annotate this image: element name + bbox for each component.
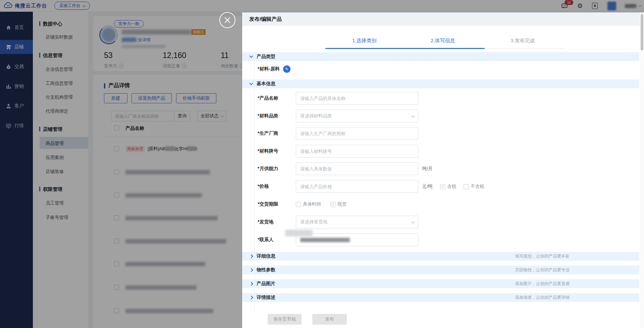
field-label: *交货期限: [258, 201, 296, 207]
field-label: *月供能力: [258, 166, 296, 172]
section-title-text: 基本信息: [257, 81, 275, 87]
drawer-close-button[interactable]: [219, 12, 235, 28]
section-header-detail-info[interactable]: 详细信息 填写级别，让你的产品更丰富: [242, 252, 639, 261]
material-grade-input[interactable]: [296, 145, 418, 158]
field-label: *发货地: [258, 219, 296, 225]
checkbox-icon[interactable]: [464, 184, 469, 189]
close-icon: [224, 17, 231, 23]
step-1-select-category[interactable]: 1.选择类别: [352, 38, 377, 44]
chevron-right-icon: [249, 254, 253, 258]
chevron-down-icon: [249, 81, 253, 85]
chevron-right-icon: [249, 295, 253, 299]
section-title-text: 产品类型: [257, 54, 275, 60]
section-hint: 填写级别，让你的产品更丰富: [515, 254, 570, 259]
product-type-row: *材料-原料 ✎: [258, 65, 290, 73]
checkbox-label: 现货: [337, 201, 346, 207]
drawer-scrollbar-track: [640, 12, 644, 328]
field-label: *产品名称: [258, 95, 296, 101]
field-label: *联系人: [258, 237, 296, 243]
field-product-name: *产品名称: [258, 92, 418, 105]
field-contact-person: *联系人: [258, 233, 418, 246]
app-root: 俺搜云工作台 卖家工作台 16 ⚙ ¥: [0, 0, 644, 328]
section-header-physical-params[interactable]: 物性参数 关联物性，让你的产品更专业: [242, 266, 639, 274]
chevron-right-icon: [249, 268, 253, 272]
section-hint: 添加描述，让你的产品更详细: [515, 295, 570, 300]
section-title-text: 详细信息: [257, 253, 275, 259]
section-header-detail-description[interactable]: 详情描述 添加描述，让你的产品更详细: [242, 293, 639, 302]
section-title-text: 详情描述: [257, 294, 275, 300]
section-title-text: 产品图片: [257, 281, 275, 287]
field-label: *生产厂商: [258, 130, 296, 136]
drawer-scrollbar-thumb[interactable]: [641, 14, 643, 50]
drawer-title: 发布/编辑产品: [249, 16, 282, 23]
step-2-fill-info[interactable]: 2.填写信息: [431, 38, 455, 44]
edit-pencil-icon[interactable]: ✎: [283, 65, 290, 73]
checkbox-label: 不含税: [471, 183, 484, 189]
tax-excluded-option[interactable]: 不含税: [464, 183, 484, 189]
shipping-origin-select[interactable]: 请选择发货地: [296, 216, 418, 228]
chevron-right-icon: [249, 282, 253, 285]
chevron-down-icon: [411, 114, 415, 117]
save-draft-button[interactable]: 保存至草稿: [268, 314, 302, 325]
field-label: *材料品类: [258, 113, 296, 119]
monthly-supply-input[interactable]: [296, 162, 418, 175]
checkbox-checked-icon[interactable]: [440, 184, 445, 189]
checkbox-label: 含税: [447, 183, 456, 189]
field-material-category: *材料品类 请选择材料品类: [258, 110, 418, 122]
specific-time-option[interactable]: 具体时间: [296, 201, 321, 207]
in-stock-option[interactable]: 现货: [330, 201, 346, 207]
publish-product-drawer: 发布/编辑产品 1.选择类别 2.填写信息 3.发布完成 产品类型 *材料-原料…: [242, 12, 644, 328]
steps-pending-line: [485, 48, 565, 49]
unit-label: 吨/月: [422, 166, 433, 172]
drawer-header: 发布/编辑产品: [242, 12, 644, 26]
step-3-publish-done: 3.发布完成: [511, 38, 535, 44]
tax-included-option[interactable]: 含税: [440, 183, 456, 189]
field-shipping-origin: *发货地 请选择发货地: [258, 216, 418, 228]
contact-tag-redacted: [285, 230, 313, 236]
contact-value-redacted: [300, 238, 350, 242]
product-name-input[interactable]: [296, 92, 418, 105]
field-label: *价格: [258, 183, 296, 189]
contact-person-input[interactable]: [296, 233, 418, 246]
select-placeholder: 请选择材料品类: [300, 113, 332, 119]
field-price: *价格 元/吨 含税 不含税: [258, 180, 484, 193]
section-title-text: 物性参数: [257, 267, 275, 273]
section-header-product-images[interactable]: 产品图片 添加图片，让你的产品更直观: [242, 279, 639, 288]
select-placeholder: 请选择发货地: [300, 219, 327, 225]
field-manufacturer: *生产厂商: [258, 127, 418, 140]
steps-progress-line: [325, 48, 485, 49]
field-delivery-term: *交货期限 具体时间 现货: [258, 198, 346, 211]
checkbox-checked-icon[interactable]: [330, 202, 335, 207]
chevron-down-icon: [249, 54, 253, 58]
chevron-down-icon: [411, 220, 415, 223]
field-material-grade: *材料牌号: [258, 145, 418, 158]
unit-label: 元/吨: [422, 183, 433, 189]
section-guide-line: [254, 61, 255, 313]
field-label: *材料牌号: [258, 148, 296, 154]
material-category-select[interactable]: 请选择材料品类: [296, 110, 418, 122]
field-monthly-supply: *月供能力 吨/月: [258, 162, 433, 175]
price-input[interactable]: [296, 180, 418, 193]
section-hint: 关联物性，让你的产品更专业: [515, 267, 570, 273]
manufacturer-input[interactable]: [296, 127, 418, 140]
section-header-product-type[interactable]: 产品类型: [242, 52, 639, 61]
checkbox-label: 具体时间: [303, 201, 321, 207]
section-header-basic-info[interactable]: 基本信息: [242, 79, 639, 88]
product-type-value: *材料-原料: [258, 66, 280, 72]
checkbox-icon[interactable]: [296, 202, 301, 207]
section-hint: 添加图片，让你的产品更直观: [515, 281, 570, 287]
publish-button[interactable]: 发布: [312, 314, 347, 325]
